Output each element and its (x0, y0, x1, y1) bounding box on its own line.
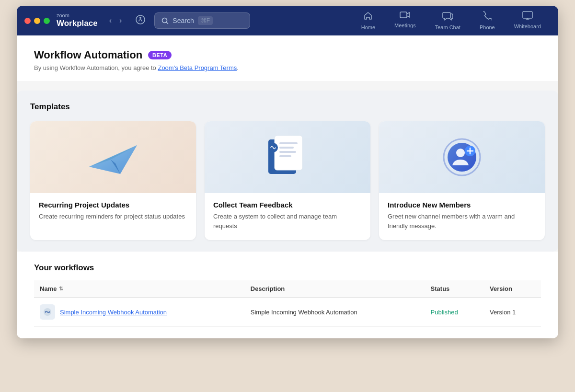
workflow-status: Published (425, 298, 484, 327)
page-subtitle: By using Workflow Automation, you agree … (34, 64, 541, 71)
template-desc-recurring: Create recurring reminders for project s… (39, 212, 187, 221)
template-name-recurring: Recurring Project Updates (39, 201, 187, 209)
template-card-recurring[interactable]: Recurring Project Updates Create recurri… (30, 121, 196, 240)
template-name-feedback: Collect Team Feedback (213, 201, 362, 209)
zoom-brand: zoom Workplace (57, 12, 98, 29)
search-icon (161, 17, 169, 24)
nav-whiteboard-label: Whiteboard (514, 23, 541, 29)
beta-terms-link[interactable]: Zoom's Beta Program Terms (158, 64, 237, 71)
svg-rect-12 (279, 147, 294, 149)
template-body-members: Introduce New Members Greet new channel … (379, 193, 545, 240)
nav-item-meetings[interactable]: Meetings (385, 7, 426, 34)
svg-point-1 (139, 17, 141, 19)
team-chat-icon (442, 11, 453, 23)
workflows-table: Name ⇅ Description Status Version (34, 280, 541, 327)
nav-item-phone[interactable]: Phone (470, 7, 505, 34)
svg-rect-11 (279, 142, 298, 144)
back-button[interactable]: ‹ (106, 14, 115, 27)
search-label: Search (172, 17, 194, 24)
nav-items: Home Meetings Team Chat (352, 7, 551, 34)
page-header: Workflow Automation BETA (34, 49, 541, 61)
meetings-icon (400, 11, 410, 21)
sort-icon: ⇅ (59, 286, 63, 292)
col-header-name[interactable]: Name ⇅ (34, 280, 245, 298)
svg-rect-13 (279, 151, 296, 153)
table-header-row: Name ⇅ Description Status Version (34, 280, 541, 298)
workflow-description: Simple Incoming Webhook Automation (245, 298, 425, 327)
template-card-feedback[interactable]: Collect Team Feedback Create a system to… (205, 121, 370, 240)
nav-arrows: ‹ › (106, 14, 125, 27)
svg-marker-5 (89, 145, 137, 174)
templates-title: Templates (30, 102, 545, 112)
template-card-members[interactable]: Introduce New Members Greet new channel … (379, 121, 545, 240)
svg-point-18 (456, 149, 465, 157)
col-header-version: Version (484, 280, 541, 298)
feedback-doc-illustration (261, 131, 314, 184)
nav-meetings-label: Meetings (394, 23, 416, 28)
brand-sub-text: zoom (57, 12, 98, 19)
svg-rect-4 (523, 12, 532, 18)
col-header-description: Description (245, 280, 425, 298)
forward-button[interactable]: › (116, 14, 125, 27)
workflow-name-link[interactable]: Simple Incoming Webhook Automation (60, 309, 167, 316)
search-shortcut: ⌘F (198, 16, 213, 25)
svg-rect-14 (279, 155, 291, 157)
template-image-feedback (205, 121, 370, 193)
workflows-section: Your workflows Name ⇅ Description Status… (17, 252, 558, 338)
templates-section: Templates (17, 91, 558, 252)
brand-name-text: Workplace (57, 19, 98, 28)
nav-home-label: Home (361, 24, 375, 30)
svg-point-24 (49, 311, 50, 313)
workflow-name-cell: Simple Incoming Webhook Automation (34, 298, 245, 327)
home-icon (363, 11, 373, 23)
maximize-button[interactable] (44, 18, 50, 24)
traffic-lights (24, 18, 50, 24)
minimize-button[interactable] (34, 18, 40, 24)
nav-team-chat-label: Team Chat (435, 24, 460, 30)
paper-plane-illustration (84, 136, 142, 179)
nav-item-home[interactable]: Home (352, 7, 385, 34)
new-members-illustration (440, 136, 483, 179)
workflow-icon (40, 304, 55, 320)
search-bar[interactable]: Search ⌘F (154, 12, 250, 29)
phone-icon (483, 11, 492, 23)
table-row: Simple Incoming Webhook Automation Simpl… (34, 298, 541, 327)
svg-rect-3 (400, 12, 407, 18)
template-image-members (379, 121, 545, 193)
template-image-recurring (30, 121, 196, 193)
beta-badge: BETA (148, 51, 172, 59)
template-desc-feedback: Create a system to collect and manage te… (213, 212, 362, 231)
template-body-feedback: Collect Team Feedback Create a system to… (205, 193, 370, 240)
nav-phone-label: Phone (480, 24, 495, 30)
workflows-title: Your workflows (34, 263, 541, 273)
template-name-members: Introduce New Members (388, 201, 536, 209)
nav-item-whiteboard[interactable]: Whiteboard (505, 7, 551, 34)
titlebar: zoom Workplace ‹ › Search ⌘F (17, 6, 558, 35)
assistant-icon[interactable] (132, 12, 149, 30)
template-body-recurring: Recurring Project Updates Create recurri… (30, 193, 196, 231)
whiteboard-icon (522, 11, 533, 22)
svg-point-23 (45, 311, 46, 313)
main-content: Workflow Automation BETA By using Workfl… (17, 35, 558, 81)
nav-item-team-chat[interactable]: Team Chat (426, 7, 470, 34)
status-badge: Published (431, 309, 458, 316)
workflow-version: Version 1 (484, 298, 541, 327)
app-window: zoom Workplace ‹ › Search ⌘F (17, 6, 558, 338)
page-title: Workflow Automation (34, 49, 142, 61)
templates-grid: Recurring Project Updates Create recurri… (30, 121, 545, 240)
template-desc-members: Greet new channel members with a warm an… (388, 212, 536, 231)
col-header-status: Status (425, 280, 484, 298)
close-button[interactable] (24, 18, 31, 24)
